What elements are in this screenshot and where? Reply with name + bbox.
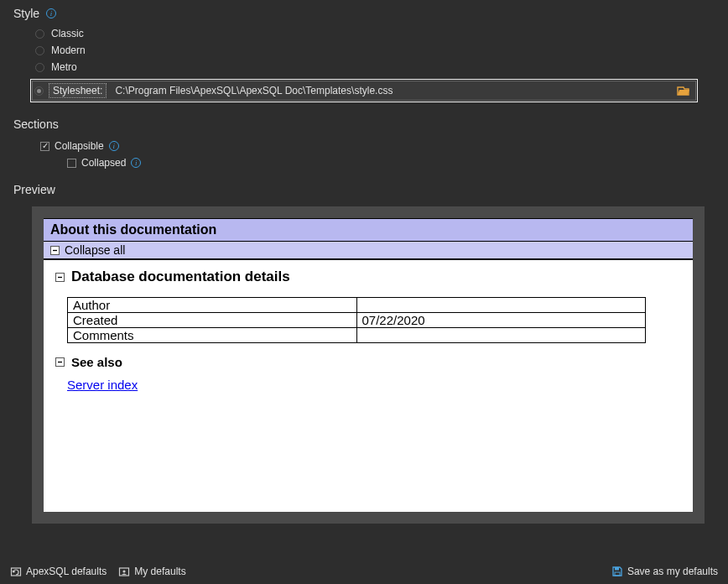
preview-header-label: Preview (13, 183, 55, 196)
table-cell-value (356, 298, 646, 313)
folder-open-icon[interactable] (677, 85, 690, 96)
server-index-link[interactable]: Server index (67, 378, 138, 392)
collapse-all-label: Collapse all (65, 243, 125, 257)
table-cell-label: Author (68, 298, 357, 313)
radio-circle (34, 86, 44, 96)
doc-title: About this documentation (44, 218, 693, 242)
doc-body: Database documentation details Author Cr… (44, 260, 693, 400)
save-defaults-label: Save as my defaults (627, 566, 718, 577)
stylesheet-path: C:\Program Files\ApexSQL\ApexSQL Doc\Tem… (112, 85, 672, 96)
radio-label: Metro (51, 61, 77, 73)
checkbox-collapsible[interactable]: ✓ Collapsible i (40, 138, 715, 154)
details-heading[interactable]: Database documentation details (55, 269, 681, 285)
radio-metro[interactable]: Metro (35, 59, 715, 76)
see-also-heading[interactable]: See also (55, 355, 681, 369)
radio-label: Modern (51, 44, 86, 56)
style-radio-group: Classic Modern Metro (0, 25, 728, 76)
table-row: Created 07/22/2020 (68, 313, 646, 328)
style-header: Style i (0, 0, 728, 25)
details-table: Author Created 07/22/2020 Comments (67, 297, 646, 343)
radio-circle (35, 29, 44, 39)
info-icon[interactable]: i (46, 8, 56, 18)
save-icon (611, 566, 623, 577)
sections-header-label: Sections (13, 117, 59, 131)
table-cell-value: 07/22/2020 (356, 313, 646, 328)
reset-defaults-icon (10, 566, 22, 577)
my-defaults-button[interactable]: My defaults (118, 566, 185, 577)
checkbox-box (67, 159, 76, 168)
radio-stylesheet[interactable]: Stylesheet: C:\Program Files\ApexSQL\Ape… (32, 81, 696, 101)
collapse-all-bar[interactable]: Collapse all (44, 242, 693, 260)
details-heading-label: Database documentation details (71, 269, 290, 285)
checkbox-collapsed[interactable]: Collapsed i (40, 154, 715, 171)
my-defaults-label: My defaults (134, 566, 185, 577)
preview-document: About this documentation Collapse all Da… (44, 218, 693, 512)
sections-header: Sections (0, 106, 728, 136)
apexsql-defaults-label: ApexSQL defaults (26, 566, 107, 577)
minus-icon (50, 246, 60, 255)
preview-header: Preview (0, 171, 728, 201)
apexsql-defaults-button[interactable]: ApexSQL defaults (10, 566, 107, 577)
preview-frame: About this documentation Collapse all Da… (32, 206, 705, 524)
stylesheet-row-container: Stylesheet: C:\Program Files\ApexSQL\Ape… (30, 79, 698, 102)
checkbox-box: ✓ (40, 142, 49, 151)
radio-label: Classic (51, 28, 84, 39)
radio-classic[interactable]: Classic (35, 25, 715, 42)
info-icon[interactable]: i (131, 158, 141, 168)
checkbox-label: Collapsible (55, 140, 104, 152)
radio-circle (35, 46, 44, 55)
stylesheet-label: Stylesheet: (49, 83, 107, 98)
info-icon[interactable]: i (109, 141, 119, 151)
user-defaults-icon (118, 566, 130, 577)
table-cell-label: Comments (68, 328, 357, 343)
sections-checkboxes: ✓ Collapsible i Collapsed i (0, 136, 728, 171)
style-header-label: Style (13, 7, 39, 20)
minus-icon (55, 357, 65, 367)
save-as-my-defaults-button[interactable]: Save as my defaults (611, 566, 718, 577)
table-row: Author (68, 298, 646, 313)
table-cell-value (356, 328, 646, 343)
svg-rect-6 (615, 567, 619, 571)
footer-bar: ApexSQL defaults My defaults Save as my … (0, 559, 728, 584)
table-row: Comments (68, 328, 646, 343)
see-also-label: See also (71, 355, 122, 369)
checkbox-label: Collapsed (81, 157, 126, 169)
svg-point-5 (123, 570, 126, 572)
radio-modern[interactable]: Modern (35, 42, 715, 59)
minus-icon (55, 273, 65, 282)
radio-circle (35, 63, 44, 72)
table-cell-label: Created (68, 313, 357, 328)
